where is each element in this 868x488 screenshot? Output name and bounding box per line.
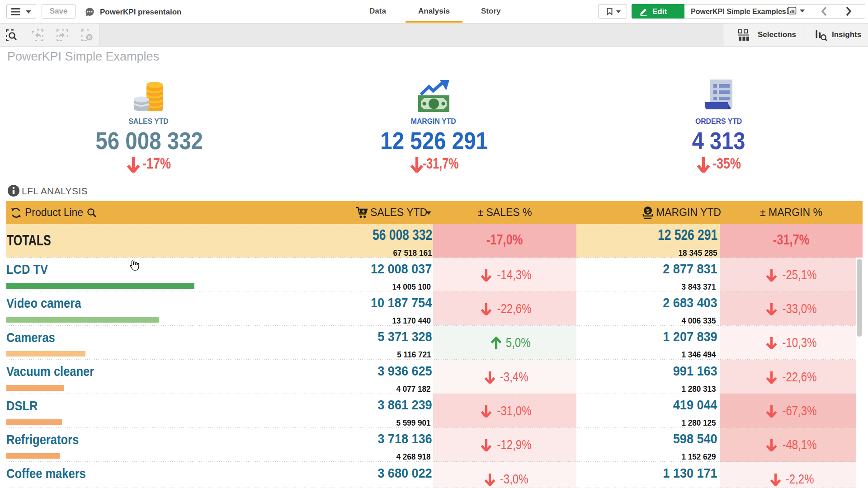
- svg-text:$: $: [646, 207, 650, 214]
